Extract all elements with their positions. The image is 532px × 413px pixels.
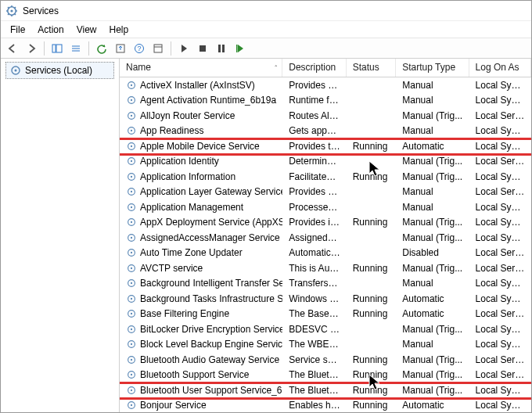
table-row[interactable]: Bonjour ServiceEnables har...RunningAuto… [120,398,531,413]
table-row[interactable]: Apple Mobile Device ServiceProvides th..… [120,138,531,154]
toolbar-list-button[interactable] [67,40,84,57]
refresh-button[interactable] [93,40,110,57]
menu-help[interactable]: Help [103,23,135,37]
service-startup: Manual (Trig... [396,217,469,228]
svg-line-9 [15,7,16,8]
service-logon: Local Syste... [469,400,531,411]
window-title: Services [23,5,59,16]
service-name: App Readiness [140,125,203,136]
table-row[interactable]: Agent Activation Runtime_6b19aRuntime fo… [120,93,531,109]
menu-action[interactable]: Action [31,23,70,37]
table-row[interactable]: Application InformationFacilitates t...R… [120,169,531,185]
gear-icon [9,64,22,77]
col-header-startup[interactable]: Startup Type [396,59,469,77]
service-description: Provides th... [282,141,346,152]
menu-file[interactable]: File [4,23,31,37]
table-row[interactable]: Background Intelligent Transfer ServiceT… [120,276,531,292]
stop-service-button[interactable] [194,40,211,57]
service-description: Determines ... [282,156,346,167]
service-description: The WBENG... [282,339,346,350]
service-name: Bluetooth Support Service [140,369,249,380]
tree-item-services-local[interactable]: Services (Local) [5,62,114,79]
service-startup: Manual (Trig... [396,385,469,396]
service-icon [126,186,137,197]
service-logon: Local Syste... [469,202,531,213]
table-row[interactable]: Application IdentityDetermines ...Manual… [120,154,531,170]
service-name: AssignedAccessManager Service [140,232,280,243]
service-logon: Local Syste... [469,339,531,350]
col-header-name[interactable]: Name ˆ [120,59,282,77]
svg-point-65 [131,374,132,375]
properties-button[interactable] [149,40,167,57]
service-startup: Manual (Trig... [396,110,469,121]
table-row[interactable]: App ReadinessGets apps re...ManualLocal … [120,124,531,139]
service-logon: Local Syste... [469,80,531,91]
service-name: ActiveX Installer (AxInstSV) [140,80,255,91]
table-row[interactable]: Block Level Backup Engine ServiceThe WBE… [120,337,531,353]
table-row[interactable]: Bluetooth Support ServiceThe Bluetoo...R… [120,368,531,383]
service-description: Automatica... [282,247,346,258]
services-icon [5,5,18,17]
left-pane: Services (Local) [1,59,120,412]
service-logon: Local Syste... [469,293,531,304]
service-description: The Bluetoo... [282,385,346,396]
service-startup: Manual [396,95,469,106]
table-row[interactable]: Application Layer Gateway ServiceProvide… [120,185,531,200]
service-startup: Manual (Trig... [396,324,469,335]
col-header-status[interactable]: Status [347,59,397,77]
export-button[interactable] [112,40,129,57]
svg-text:?: ? [137,45,141,52]
service-status: Running [347,217,397,228]
nav-forward-button[interactable] [23,40,40,57]
svg-point-41 [131,191,132,192]
service-icon [126,171,137,182]
table-row[interactable]: Background Tasks Infrastructure ServiceW… [120,291,531,307]
service-startup: Manual [396,186,469,197]
svg-rect-20 [200,45,206,52]
service-startup: Manual (Trig... [396,263,469,274]
grid-body[interactable]: ActiveX Installer (AxInstSV)Provides Us.… [120,77,531,412]
service-description: Processes in... [282,202,346,213]
restart-service-button[interactable] [232,40,249,57]
service-icon [126,125,137,136]
show-hide-tree-button[interactable] [49,40,66,57]
menu-view[interactable]: View [70,23,103,37]
svg-point-1 [10,9,13,12]
start-service-button[interactable] [175,40,192,57]
table-row[interactable]: Auto Time Zone UpdaterAutomatica...Disab… [120,246,531,261]
nav-back-button[interactable] [4,40,21,57]
table-row[interactable]: ActiveX Installer (AxInstSV)Provides Us.… [120,77,531,93]
services-window: Services File Action View Help ? [0,0,532,413]
table-row[interactable]: Bluetooth User Support Service_6b19aThe … [120,382,531,398]
service-description: Facilitates t... [282,171,346,182]
table-row[interactable]: Base Filtering EngineThe Base Fil...Runn… [120,307,531,322]
service-logon: Local Syste... [469,217,531,228]
col-header-logon[interactable]: Log On As [469,59,531,77]
table-row[interactable]: AppX Deployment Service (AppXSVC)Provide… [120,215,531,231]
pause-service-button[interactable] [213,40,230,57]
help-button[interactable]: ? [131,40,148,57]
service-description: Provides su... [282,186,346,197]
table-row[interactable]: Application ManagementProcesses in...Man… [120,199,531,215]
table-row[interactable]: AVCTP serviceThis is Audi...RunningManua… [120,260,531,276]
titlebar: Services [1,1,531,21]
service-logon: Local Syste... [469,385,531,396]
service-icon [126,293,137,304]
service-icon [126,247,137,258]
svg-rect-11 [56,45,62,52]
service-startup: Manual (Trig... [396,156,469,167]
service-logon: Local Service [469,156,531,167]
table-row[interactable]: AllJoyn Router ServiceRoutes AllJo...Man… [120,108,531,124]
svg-point-37 [131,160,132,162]
table-row[interactable]: BitLocker Drive Encryption ServiceBDESVC… [120,321,531,337]
service-name: Base Filtering Engine [140,308,229,319]
table-row[interactable]: Bluetooth Audio Gateway ServiceService s… [120,352,531,368]
service-description: This is Audi... [282,263,346,274]
service-name: Application Management [140,202,243,213]
table-row[interactable]: AssignedAccessManager ServiceAssignedAc.… [120,230,531,246]
service-status: Running [347,293,397,304]
svg-rect-23 [236,45,238,52]
svg-point-49 [131,252,132,253]
col-header-description[interactable]: Description [282,59,346,77]
svg-rect-10 [52,45,56,52]
